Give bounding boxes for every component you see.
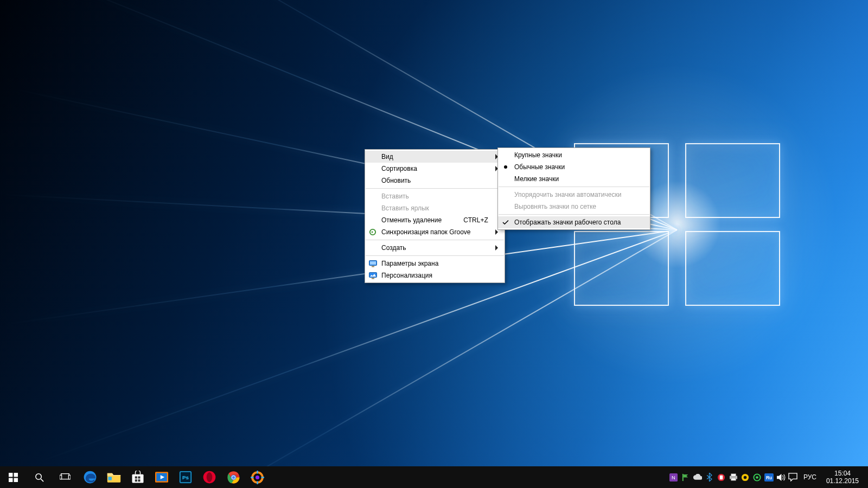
menu-label: Синхронизация папок Groove [381, 228, 471, 236]
svg-rect-6 [9, 473, 12, 477]
menu-item-personalize[interactable]: Персонализация [365, 269, 505, 281]
tray-onenote-icon[interactable]: N [668, 466, 680, 488]
taskbar-app-store[interactable] [126, 466, 150, 488]
menu-item-groove-sync[interactable]: Синхронизация папок Groove [365, 226, 505, 238]
tray-green-app-icon[interactable] [751, 466, 763, 488]
tray-clock[interactable]: 15:04 01.12.2015 [821, 470, 864, 485]
chrome-icon [227, 471, 240, 484]
taskbar: Ps N [0, 466, 868, 488]
svg-rect-5 [372, 278, 374, 279]
svg-rect-9 [14, 478, 17, 481]
taskbar-empty-space[interactable] [269, 466, 666, 488]
menu-item-view[interactable]: Вид [365, 151, 505, 163]
menu-item-refresh[interactable]: Обновить [365, 175, 505, 187]
svg-point-10 [35, 473, 41, 479]
svg-rect-3 [372, 266, 374, 267]
menu-label: Отменить удаление [381, 216, 442, 224]
svg-rect-20 [135, 479, 137, 481]
tray-bluetooth-icon[interactable] [704, 466, 716, 488]
svg-line-11 [41, 479, 43, 481]
taskbar-app-misc[interactable] [245, 466, 269, 488]
submenu-item-auto-arrange[interactable]: Упорядочить значки автоматически [498, 189, 650, 201]
windows-start-icon [9, 473, 18, 482]
task-view-button[interactable] [52, 466, 78, 488]
menu-item-display-settings[interactable]: Параметры экрана [365, 258, 505, 269]
system-tray: N Ru РУС [666, 466, 868, 488]
submenu-item-small-icons[interactable]: Мелкие значки [498, 173, 650, 185]
taskbar-app-file-explorer[interactable] [102, 466, 126, 488]
tray-onedrive-icon[interactable] [692, 466, 704, 488]
taskbar-app-chrome[interactable] [221, 466, 245, 488]
menu-item-undo-delete[interactable]: Отменить удаление CTRL+Z [365, 214, 505, 226]
menu-item-sort[interactable]: Сортировка [365, 163, 505, 175]
svg-text:N: N [672, 475, 676, 480]
tray-punto-switcher-icon[interactable]: Ru [763, 466, 775, 488]
svg-rect-4 [369, 272, 376, 277]
svg-rect-2 [370, 261, 376, 265]
taskbar-left: Ps [0, 466, 269, 488]
start-button[interactable] [0, 466, 26, 488]
svg-text:Ps: Ps [182, 474, 189, 480]
search-button[interactable] [26, 466, 52, 488]
tray-flag-icon[interactable] [680, 466, 692, 488]
svg-rect-16 [108, 477, 112, 480]
menu-item-paste-shortcut: Вставить ярлык [365, 202, 505, 214]
menu-label: Мелкие значки [514, 175, 559, 183]
menu-label: Вид [381, 153, 393, 160]
menu-label: Обновить [381, 177, 411, 184]
svg-rect-45 [731, 478, 736, 480]
photoshop-icon: Ps [179, 471, 192, 484]
svg-point-32 [232, 476, 234, 478]
opera-icon [202, 470, 216, 484]
submenu-item-medium-icons[interactable]: Обычные значки [498, 161, 650, 173]
tray-app-icon[interactable] [716, 466, 727, 488]
svg-rect-17 [132, 474, 144, 483]
monitor-icon [368, 259, 377, 268]
language-label: РУС [803, 473, 816, 481]
svg-text:Ru: Ru [766, 475, 772, 480]
tray-language-indicator[interactable]: РУС [799, 473, 821, 481]
menu-label: Крупные значки [514, 151, 562, 159]
menu-label: Сортировка [381, 165, 417, 172]
menu-label: Упорядочить значки автоматически [514, 191, 621, 198]
search-icon [34, 472, 44, 483]
svg-rect-14 [68, 475, 71, 479]
submenu-item-show-desktop-icons[interactable]: Отображать значки рабочего стола [498, 216, 650, 228]
radio-selected-icon [501, 163, 510, 171]
tray-volume-icon[interactable] [775, 466, 787, 488]
video-player-icon [155, 472, 168, 483]
svg-rect-12 [61, 474, 69, 479]
menu-label: Персонализация [381, 272, 432, 279]
svg-point-49 [756, 476, 759, 479]
groove-icon [368, 228, 377, 236]
tray-yellow-app-icon[interactable] [739, 466, 751, 488]
gear-color-icon [251, 471, 264, 484]
edge-icon [83, 470, 97, 484]
chevron-right-icon [495, 229, 499, 235]
svg-rect-8 [9, 478, 12, 481]
svg-rect-18 [135, 477, 137, 479]
task-view-icon [60, 473, 71, 481]
tray-printer-icon[interactable] [727, 466, 739, 488]
taskbar-app-photoshop[interactable]: Ps [174, 466, 197, 488]
folder-icon [107, 471, 121, 483]
svg-point-47 [744, 476, 747, 479]
store-icon [131, 471, 144, 484]
menu-shortcut: CTRL+Z [442, 216, 488, 224]
svg-rect-44 [731, 474, 736, 476]
menu-label: Обычные значки [514, 163, 565, 171]
menu-label: Параметры экрана [381, 260, 438, 267]
menu-divider [499, 214, 649, 215]
taskbar-app-opera[interactable] [197, 466, 221, 488]
submenu-item-large-icons[interactable]: Крупные значки [498, 149, 650, 161]
personalize-icon [368, 271, 377, 280]
menu-divider [499, 187, 649, 187]
clock-time: 15:04 [834, 470, 851, 477]
menu-label: Выровнять значки по сетке [514, 203, 596, 210]
menu-item-new[interactable]: Создать [365, 242, 505, 254]
taskbar-app-edge[interactable] [78, 466, 102, 488]
svg-rect-13 [60, 475, 62, 479]
tray-action-center-icon[interactable] [787, 466, 799, 488]
submenu-item-align-to-grid[interactable]: Выровнять значки по сетке [498, 201, 650, 213]
taskbar-app-video-player[interactable] [150, 466, 174, 488]
